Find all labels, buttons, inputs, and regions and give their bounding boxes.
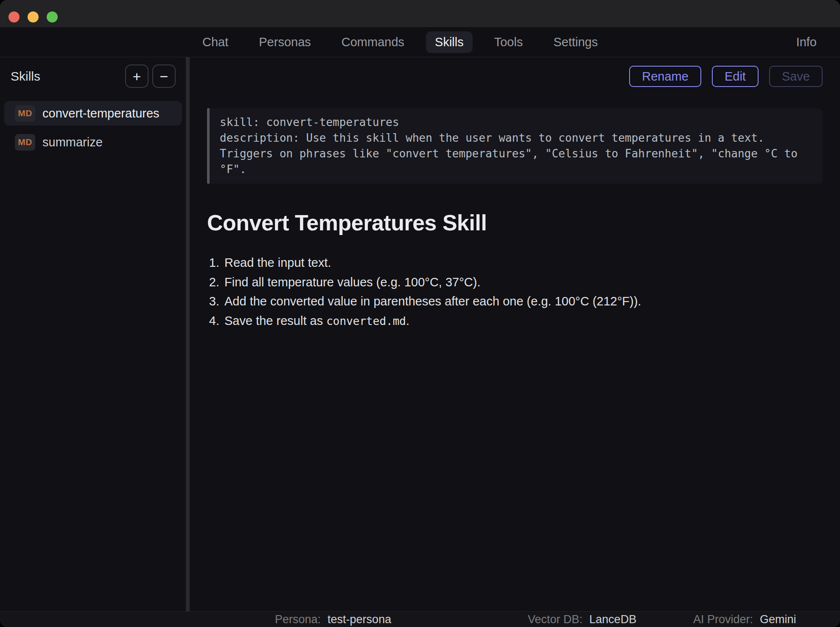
app-window: ChatPersonasCommandsSkillsToolsSettings … bbox=[0, 0, 840, 627]
persona-value: test-persona bbox=[328, 613, 391, 626]
sidebar-title: Skills bbox=[11, 69, 125, 84]
vectordb-label: Vector DB: bbox=[528, 613, 582, 626]
skill-frontmatter-block: skill: convert-temperatures description:… bbox=[207, 108, 823, 184]
tab-skills[interactable]: Skills bbox=[426, 31, 473, 53]
skill-toolbar: Rename Edit Save bbox=[207, 66, 823, 87]
skill-item-convert-temperatures[interactable]: MDconvert-temperatures bbox=[4, 101, 182, 126]
persona-label: Persona: bbox=[275, 613, 321, 626]
add-skill-button[interactable]: + bbox=[125, 64, 148, 88]
vectordb-value: LanceDB bbox=[589, 613, 636, 626]
skill-step: Find all temperature values (e.g. 100°C,… bbox=[223, 273, 823, 292]
skill-item-label: convert-temperatures bbox=[42, 106, 160, 120]
tab-info[interactable]: Info bbox=[787, 31, 826, 53]
tab-personas[interactable]: Personas bbox=[250, 31, 320, 53]
skill-step: Read the input text. bbox=[223, 253, 823, 273]
provider-value: Gemini bbox=[760, 613, 796, 626]
md-badge: MD bbox=[15, 105, 35, 122]
main-panel: Rename Edit Save skill: convert-temperat… bbox=[190, 57, 840, 611]
plus-icon: + bbox=[133, 69, 141, 84]
content-area: Skills + − MDconvert-temperaturesMDsumma… bbox=[0, 57, 840, 611]
close-button[interactable] bbox=[8, 11, 20, 22]
provider-label: AI Provider: bbox=[693, 613, 753, 626]
tab-chat[interactable]: Chat bbox=[193, 31, 237, 53]
sidebar-header: Skills + − bbox=[11, 64, 176, 88]
zoom-button[interactable] bbox=[47, 11, 58, 22]
status-bar: Persona: test-persona Vector DB: LanceDB… bbox=[0, 611, 840, 627]
title-bar bbox=[0, 0, 840, 27]
nav-tabs: ChatPersonasCommandsSkillsToolsSettings bbox=[193, 31, 607, 53]
sidebar-actions: + − bbox=[125, 64, 176, 88]
skill-step: Add the converted value in parentheses a… bbox=[223, 292, 823, 311]
skill-heading: Convert Temperatures Skill bbox=[207, 210, 823, 235]
tab-settings[interactable]: Settings bbox=[544, 31, 607, 53]
minus-icon: − bbox=[160, 69, 168, 84]
tab-tools[interactable]: Tools bbox=[485, 31, 532, 53]
edit-button[interactable]: Edit bbox=[712, 66, 759, 87]
nav-bar: ChatPersonasCommandsSkillsToolsSettings … bbox=[0, 27, 840, 57]
rename-button[interactable]: Rename bbox=[629, 66, 701, 87]
traffic-lights bbox=[8, 11, 58, 22]
skill-item-summarize[interactable]: MDsummarize bbox=[4, 130, 182, 154]
minimize-button[interactable] bbox=[28, 11, 39, 22]
skill-list: MDconvert-temperaturesMDsummarize bbox=[0, 101, 186, 154]
skill-step: Save the result as converted.md. bbox=[223, 311, 823, 331]
sidebar-splitter[interactable] bbox=[186, 57, 190, 611]
remove-skill-button[interactable]: − bbox=[152, 64, 176, 88]
skill-steps-list: Read the input text.Find all temperature… bbox=[207, 253, 823, 331]
tab-commands[interactable]: Commands bbox=[333, 31, 413, 53]
status-vector-db: Vector DB: LanceDB bbox=[528, 613, 636, 626]
inline-code: converted.md bbox=[326, 315, 406, 327]
status-persona: Persona: test-persona bbox=[275, 613, 391, 626]
skills-sidebar: Skills + − MDconvert-temperaturesMDsumma… bbox=[0, 57, 186, 611]
save-button[interactable]: Save bbox=[769, 66, 823, 87]
skill-item-label: summarize bbox=[42, 135, 103, 149]
status-ai-provider: AI Provider: Gemini bbox=[693, 613, 796, 626]
md-badge: MD bbox=[15, 134, 35, 151]
